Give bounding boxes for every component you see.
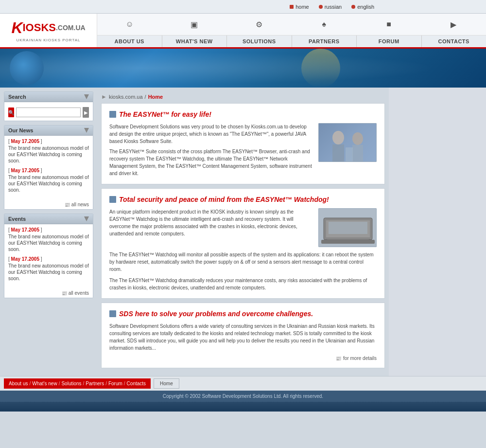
all-news-icon: 📰: [65, 202, 70, 207]
footer-nav: About us / What's new / Solutions / Part…: [0, 376, 486, 391]
article-1-image: [318, 123, 377, 162]
news-text-2: The brand new autonomous model of our EA…: [8, 174, 89, 193]
news-item-1: [ May 17.2005 ] The brand new autonomous…: [8, 139, 89, 164]
bottom-bar: [0, 402, 486, 412]
news-date-link-1[interactable]: May 17.2005: [11, 139, 39, 144]
footer-link-forum[interactable]: Forum: [108, 381, 122, 386]
breadcrumb-site-link[interactable]: kiosks.com.ua: [109, 94, 143, 100]
news-date-link-2[interactable]: May 17.2005: [11, 168, 39, 173]
search-title: Search: [8, 94, 26, 100]
more-details-icon: 📰: [336, 356, 341, 361]
gear-icon: ⚙: [253, 19, 265, 29]
english-nav-link[interactable]: english: [351, 4, 374, 10]
logo: K IOSKS .COM.UA: [11, 19, 85, 37]
article-2-para2: The The EASYNet™ Watchdog will monitor a…: [109, 251, 377, 273]
nav-icon-whatsnew[interactable]: ▣: [184, 18, 205, 31]
events-box-content: [ May 17.2005 ] The brand new autonomous…: [4, 224, 93, 288]
russian-nav-link[interactable]: russian: [319, 4, 342, 10]
svg-point-3: [352, 132, 363, 145]
logo-subtitle: UKRAINIAN KIOSKS PORTAL: [16, 38, 80, 42]
main-layout: Search 🔍 ▶ Our News: [0, 88, 486, 376]
events-collapse-icon[interactable]: [84, 216, 89, 221]
news-collapse-icon[interactable]: [84, 128, 89, 133]
nav-area: ☺ ▣ ⚙ ♠ ■ ▶ ABOUT US WHAT'S NEW SOLUTION…: [97, 14, 486, 47]
article-1-title-text: The EASYNet™ for easy life!: [119, 110, 211, 118]
all-news-link[interactable]: 📰 all news: [4, 200, 93, 209]
footer-link-partners[interactable]: Partners: [86, 381, 104, 386]
article-2-para1: An unique platform independent product i…: [109, 208, 312, 237]
nav-contacts[interactable]: CONTACTS: [422, 36, 486, 47]
event-date-link-1[interactable]: May 17.2005: [11, 227, 39, 233]
person-icon: ☺: [124, 19, 136, 29]
breadcrumb-current: Home: [148, 94, 163, 100]
search-left-icon: 🔍: [8, 110, 14, 115]
event-date-1: [ May 17.2005 ]: [8, 227, 89, 233]
search-input[interactable]: [16, 108, 81, 117]
nav-icon-contacts[interactable]: ▶: [443, 18, 464, 31]
news-date-2: [ May 17.2005 ]: [8, 168, 89, 173]
event-date-link-2[interactable]: May 17.2005: [11, 256, 39, 262]
article-3-para1: Software Development Solutions offers a …: [109, 323, 377, 352]
nav-solutions[interactable]: SOLUTIONS: [227, 36, 292, 47]
footer-link-contacts[interactable]: Contacts: [127, 381, 146, 386]
search-go-left-button[interactable]: 🔍: [8, 108, 14, 117]
nav-icon-forum[interactable]: ■: [378, 18, 399, 31]
breadcrumb-arrow-icon: ►: [101, 93, 107, 100]
news-item-2: [ May 17.2005 ] The brand new autonomous…: [8, 168, 89, 193]
nav-icon-about[interactable]: ☺: [119, 18, 140, 31]
partners-icon: ♠: [318, 19, 330, 29]
nav-forum[interactable]: FORUM: [357, 36, 422, 47]
search-collapse-icon[interactable]: [84, 94, 89, 99]
article-1-title: The EASYNet™ for easy life!: [109, 110, 377, 118]
footer-link-about[interactable]: About us: [9, 381, 28, 386]
article-3-title-icon: [109, 310, 116, 317]
article-2-title-icon: [109, 196, 116, 203]
all-events-link[interactable]: 📰 all events: [4, 288, 93, 298]
footer-link-solutions[interactable]: Solutions: [61, 381, 81, 386]
article-2-title-text: Total security and peace of mind from th…: [119, 196, 329, 203]
footer-nav-links: About us / What's new / Solutions / Part…: [4, 378, 151, 389]
article-1-image-svg: [319, 123, 376, 162]
monitor-icon: ▣: [189, 19, 200, 29]
home-icon: [290, 5, 294, 9]
all-news-label: all news: [71, 202, 89, 207]
event-item-1: [ May 17.2005 ] The brand new autonomous…: [8, 227, 89, 252]
search-go-right-button[interactable]: ▶: [83, 107, 89, 118]
english-nav-label: english: [357, 4, 374, 10]
home-nav-link[interactable]: home: [290, 4, 309, 10]
article-2-para3: The The EASYNet™ Watchdog dramatically r…: [109, 277, 377, 291]
article-1-para2: The EASYNet™ Suite consists of the cross…: [109, 148, 312, 177]
search-box-content: 🔍 ▶: [4, 102, 93, 121]
news-box-header: Our News: [4, 125, 93, 136]
nav-icon-partners[interactable]: ♠: [313, 18, 335, 31]
news-title: Our News: [8, 127, 33, 133]
nav-whats-new[interactable]: WHAT'S NEW: [162, 36, 227, 47]
article-easynet-easy: The EASYNet™ for easy life! Software Dev…: [101, 103, 385, 184]
more-details-label: for more details: [343, 356, 377, 361]
more-details-link[interactable]: 📰 for more details: [109, 356, 377, 361]
home-nav-label: home: [295, 4, 309, 10]
russian-nav-label: russian: [325, 4, 342, 10]
article-2-image-svg: [319, 208, 376, 247]
article-3-title-text: SDS here to solve your problems and over…: [119, 310, 313, 318]
nav-partners[interactable]: PARTNERS: [292, 36, 357, 47]
footer-link-whats-new[interactable]: What's new: [32, 381, 57, 386]
article-1-para1: Software Development Solutions was very …: [109, 123, 312, 145]
nav-icon-solutions[interactable]: ⚙: [248, 18, 270, 31]
event-date-2: [ May 17.2005 ]: [8, 256, 89, 262]
event-text-2: The brand new autonomous model of our EA…: [8, 263, 89, 282]
article-easynet-watchdog: Total security and peace of mind from th…: [101, 188, 385, 299]
news-date-1: [ May 17.2005 ]: [8, 139, 89, 144]
news-box-content: [ May 17.2005 ] The brand new autonomous…: [4, 136, 93, 200]
banner-hand: [301, 49, 340, 88]
search-row: 🔍 ▶: [8, 107, 89, 118]
footer-home-button[interactable]: Home: [154, 378, 179, 389]
article-2-text: An unique platform independent product i…: [109, 208, 312, 247]
copyright-text: Copyright © 2002 Software Development So…: [163, 394, 323, 399]
top-bar: home russian english: [0, 0, 486, 14]
logo-iosks: IOSKS: [22, 21, 55, 34]
breadcrumb: ► kiosks.com.ua / Home: [101, 91, 385, 103]
nav-about[interactable]: ABOUT US: [97, 36, 162, 47]
search-box: Search 🔍 ▶: [4, 91, 93, 121]
article-1-body: Software Development Solutions was very …: [109, 123, 377, 177]
